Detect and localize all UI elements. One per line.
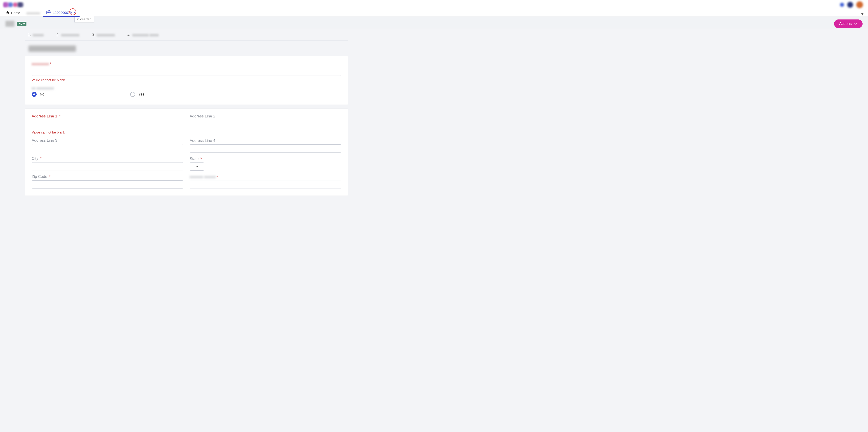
state-select[interactable] xyxy=(190,163,204,171)
brand-logo xyxy=(3,2,24,7)
content-scroll[interactable]: 1.xxxxxx 2.xxxxxxxxxx 3.xxxxxxxxxx 4.xxx… xyxy=(0,29,868,432)
step-1[interactable]: 1.xxxxxx xyxy=(28,33,43,37)
country-label: xxxxxxx xxxxxx* xyxy=(190,175,341,179)
stepper: 1.xxxxxx 2.xxxxxxxxxx 3.xxxxxxxxxx 4.xxx… xyxy=(25,29,348,40)
chevron-down-icon xyxy=(195,166,199,168)
state-label: State * xyxy=(190,156,341,161)
radio-outer xyxy=(130,92,135,97)
actions-button[interactable]: Actions xyxy=(834,20,863,28)
home-icon xyxy=(6,11,9,15)
page-title xyxy=(5,21,14,27)
radio-no[interactable]: No xyxy=(32,92,44,97)
radio-outer xyxy=(32,92,37,97)
step-4[interactable]: 4.xxxxxxxxx xxxxx xyxy=(127,33,159,37)
addr3-label: Address Line 3 xyxy=(32,138,183,143)
step-2[interactable]: 2.xxxxxxxxxx xyxy=(56,33,79,37)
addr2-input[interactable] xyxy=(190,120,341,128)
zip-input[interactable] xyxy=(32,180,183,189)
search-icon[interactable] xyxy=(840,3,844,7)
site-name-error: Value cannot be blank xyxy=(32,78,341,82)
tab-case-active[interactable]: 1200000079 Close Tab xyxy=(43,9,80,17)
tab-blurred-secondary[interactable]: xxxxxxxx xyxy=(23,10,43,17)
addr4-label: Address Line 4 xyxy=(190,139,341,143)
top-brand-bar xyxy=(0,0,868,9)
tab-blurred-label: xxxxxxxx xyxy=(26,11,40,15)
zip-label: Zip Code * xyxy=(32,174,183,179)
tab-close-button[interactable] xyxy=(73,11,76,14)
addr4-input[interactable] xyxy=(190,144,341,152)
notification-icon[interactable] xyxy=(847,2,853,8)
briefcase-icon xyxy=(46,10,51,15)
card-site-info: xxxxxxxxx* Value cannot be blank xx xxxx… xyxy=(25,56,348,105)
card-address: Address Line 1 * Value cannot be blank A… xyxy=(25,109,348,196)
site-name-input[interactable] xyxy=(32,68,341,76)
tab-strip: Home xxxxxxxx 1200000079 Close Tab ▼ xyxy=(0,9,868,17)
qualified-label: xx xxxxxxxxx xyxy=(32,86,341,90)
top-icon-cluster xyxy=(840,1,863,8)
city-input[interactable] xyxy=(32,162,183,170)
chevron-down-icon xyxy=(854,23,858,25)
addr1-error: Value cannot be blank xyxy=(32,131,183,134)
addr3-input[interactable] xyxy=(32,144,183,152)
tab-home-label: Home xyxy=(11,11,20,15)
close-tab-tooltip: Close Tab xyxy=(74,16,94,22)
country-input[interactable] xyxy=(190,180,341,189)
step-3[interactable]: 3.xxxxxxxxxx xyxy=(92,33,115,37)
radio-yes[interactable]: Yes xyxy=(130,92,144,97)
tab-overflow-caret-icon[interactable]: ▼ xyxy=(860,12,865,17)
section-title xyxy=(29,46,76,52)
addr1-input[interactable] xyxy=(32,120,183,128)
addr2-label: Address Line 2 xyxy=(190,114,341,119)
city-label: City * xyxy=(32,156,183,161)
status-badge: NEW xyxy=(17,22,26,26)
tab-case-id: 1200000079 xyxy=(53,11,72,15)
site-name-label: xxxxxxxxx* xyxy=(32,62,341,66)
actions-button-label: Actions xyxy=(839,22,852,26)
avatar[interactable] xyxy=(856,1,863,8)
radio-no-label: No xyxy=(40,92,44,96)
radio-yes-label: Yes xyxy=(138,92,144,96)
addr1-label: Address Line 1 * xyxy=(32,114,183,119)
tab-home[interactable]: Home xyxy=(3,9,23,17)
